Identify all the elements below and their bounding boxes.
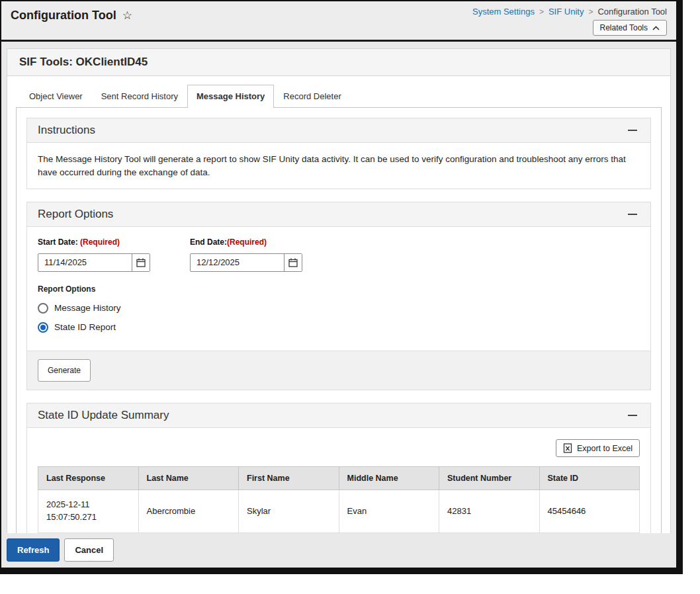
page-title: SIF Tools: OKClientID45 <box>7 48 671 76</box>
start-date-input[interactable] <box>38 254 132 271</box>
state-id-summary-section-header: State ID Update Summary <box>27 403 650 428</box>
state-id-summary-section: State ID Update Summary Export to Excel <box>26 403 651 533</box>
table-cell: Skylar <box>239 490 339 533</box>
page-card: Object Viewer Sent Record History Messag… <box>7 76 671 533</box>
start-date-field-group: Start Date: (Required) <box>38 237 150 271</box>
report-options-footer: Generate <box>27 351 650 390</box>
tab-record-deleter[interactable]: Record Deleter <box>274 85 350 108</box>
table-header-cell: Last Name <box>138 467 239 490</box>
table-cell: 42831 <box>439 490 540 533</box>
tab-object-viewer[interactable]: Object Viewer <box>20 85 92 108</box>
instructions-collapse-button[interactable] <box>625 124 640 137</box>
table-cell: 2025-12-11 15:07:50.271 <box>38 490 139 533</box>
collapse-minus-icon <box>628 214 637 215</box>
table-row: 2025-12-11 15:07:50.271AbercrombieSkylar… <box>38 490 640 533</box>
radio-message-history[interactable]: Message History <box>38 302 640 315</box>
tab-sent-record-history[interactable]: Sent Record History <box>92 85 187 108</box>
table-header-cell: Middle Name <box>339 467 439 490</box>
instructions-section: Instructions The Message History Tool wi… <box>26 118 651 189</box>
breadcrumb-separator-icon: > <box>539 7 544 17</box>
report-options-section-header: Report Options <box>27 202 650 227</box>
breadcrumb: System Settings > SIF Unity > Configurat… <box>472 7 667 17</box>
table-header-cell: State ID <box>539 467 640 490</box>
summary-table-head-row: Last ResponseLast NameFirst NameMiddle N… <box>38 467 640 490</box>
tab-panel: Instructions The Message History Tool wi… <box>16 107 662 533</box>
report-options-title: Report Options <box>38 208 113 221</box>
breadcrumb-item-current: Configuration Tool <box>597 7 667 17</box>
instructions-section-header: Instructions <box>27 118 650 143</box>
end-date-input[interactable] <box>191 254 284 271</box>
date-fields-row: Start Date: (Required) <box>38 237 640 271</box>
calendar-icon <box>288 258 298 267</box>
main-content: SIF Tools: OKClientID45 Object Viewer Se… <box>1 42 676 533</box>
start-date-input-group <box>38 253 150 272</box>
state-id-summary-table: Last ResponseLast NameFirst NameMiddle N… <box>38 466 640 533</box>
end-date-calendar-button[interactable] <box>284 254 302 271</box>
chevron-up-icon <box>652 26 660 30</box>
breadcrumb-separator-icon: > <box>588 7 593 17</box>
state-id-summary-collapse-button[interactable] <box>625 409 640 422</box>
state-id-summary-body: Export to Excel Last ResponseLast NameFi… <box>27 428 650 533</box>
favorite-star-icon[interactable]: ☆ <box>122 9 132 22</box>
collapse-minus-icon <box>628 130 637 131</box>
instructions-body: The Message History Tool will generate a… <box>27 143 650 189</box>
export-to-excel-label: Export to Excel <box>577 444 633 453</box>
radio-state-id-report[interactable]: State ID Report <box>38 321 640 334</box>
start-date-calendar-button[interactable] <box>132 254 150 271</box>
state-id-summary-title: State ID Update Summary <box>38 409 169 422</box>
top-bar: Configuration Tool ☆ System Settings > S… <box>1 1 676 42</box>
table-header-cell: Last Response <box>38 467 139 490</box>
start-date-label-text: Start Date: <box>38 237 78 247</box>
top-right-area: System Settings > SIF Unity > Configurat… <box>472 7 667 36</box>
end-date-input-group <box>190 253 302 272</box>
app-window: Configuration Tool ☆ System Settings > S… <box>0 0 683 574</box>
report-options-group-label: Report Options <box>38 284 640 295</box>
calendar-icon <box>136 258 146 267</box>
cancel-button[interactable]: Cancel <box>64 538 114 562</box>
table-header-cell: First Name <box>239 467 339 490</box>
related-tools-button[interactable]: Related Tools <box>593 20 668 36</box>
radio-state-id-report-label: State ID Report <box>54 321 116 334</box>
end-date-required-text: (Required) <box>227 237 267 247</box>
report-options-body: Start Date: (Required) <box>27 227 650 351</box>
refresh-button[interactable]: Refresh <box>7 538 60 562</box>
start-date-required-text: (Required) <box>80 237 120 247</box>
end-date-label: End Date:(Required) <box>190 237 302 248</box>
collapse-minus-icon <box>628 415 637 416</box>
instructions-title: Instructions <box>38 124 95 137</box>
table-header-cell: Student Number <box>439 467 540 490</box>
report-options-collapse-button[interactable] <box>625 208 640 221</box>
tab-bar: Object Viewer Sent Record History Messag… <box>16 85 662 108</box>
breadcrumb-item-system-settings[interactable]: System Settings <box>472 7 535 17</box>
table-cell: Abercrombie <box>138 490 239 533</box>
breadcrumb-item-sif-unity[interactable]: SIF Unity <box>548 7 584 17</box>
app-title: Configuration Tool ☆ <box>11 7 132 22</box>
table-cell: 45454646 <box>539 490 640 533</box>
export-to-excel-button[interactable]: Export to Excel <box>556 439 640 457</box>
start-date-label: Start Date: (Required) <box>38 237 150 248</box>
excel-icon <box>563 443 572 453</box>
app-title-text: Configuration Tool <box>11 9 116 22</box>
generate-button[interactable]: Generate <box>38 359 91 382</box>
export-row: Export to Excel <box>38 438 640 457</box>
table-cell: Evan <box>339 490 439 533</box>
radio-message-history-label: Message History <box>54 302 121 315</box>
radio-button-icon[interactable] <box>38 303 48 314</box>
radio-button-selected-icon[interactable] <box>38 322 48 333</box>
tab-message-history[interactable]: Message History <box>187 85 274 108</box>
related-tools-label: Related Tools <box>600 23 648 32</box>
action-bar: Refresh Cancel <box>1 533 676 568</box>
end-date-label-text: End Date: <box>190 237 227 247</box>
end-date-field-group: End Date:(Required) <box>190 237 302 271</box>
report-options-section: Report Options Start Date: (Required) <box>26 202 651 390</box>
summary-table-body: 2025-12-11 15:07:50.271AbercrombieSkylar… <box>38 490 640 533</box>
